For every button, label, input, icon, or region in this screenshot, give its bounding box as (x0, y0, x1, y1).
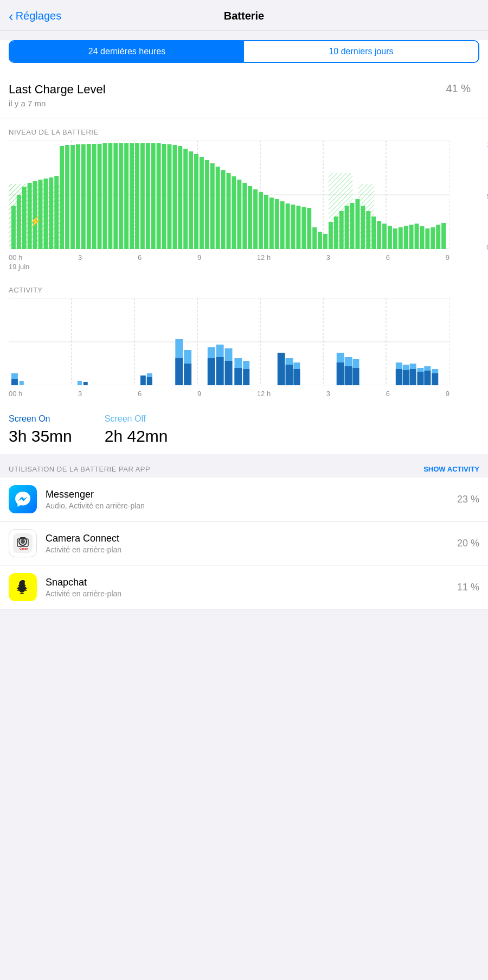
svg-rect-144 (410, 369, 416, 385)
app-list: Messenger Audio, Activité en arrière-pla… (0, 478, 488, 609)
svg-rect-29 (92, 144, 97, 249)
app-row-messenger[interactable]: Messenger Audio, Activité en arrière-pla… (0, 478, 488, 521)
snapchat-percent: 11 % (457, 582, 479, 593)
svg-rect-111 (140, 376, 146, 385)
act-x-00h: 00 h (9, 390, 22, 398)
svg-rect-43 (167, 144, 171, 249)
screen-off-value: 2h 42mn (105, 427, 168, 446)
svg-rect-21 (49, 177, 53, 249)
svg-rect-148 (424, 371, 431, 385)
svg-rect-127 (243, 369, 249, 385)
svg-rect-66 (291, 205, 296, 249)
svg-rect-58 (248, 186, 252, 249)
snapchat-detail: Activité en arrière-plan (46, 589, 457, 598)
segment-10days[interactable]: 10 derniers jours (244, 41, 478, 62)
last-charge-percent: 41 % (446, 82, 471, 95)
back-button[interactable]: ‹ Réglages (9, 9, 61, 23)
svg-rect-83 (382, 224, 387, 249)
svg-rect-57 (242, 183, 247, 249)
svg-rect-40 (151, 143, 156, 249)
svg-rect-75 (339, 211, 344, 249)
show-activity-button[interactable]: SHOW ACTIVITY (423, 465, 479, 473)
svg-rect-64 (280, 201, 285, 249)
svg-rect-115 (175, 358, 183, 385)
svg-rect-45 (178, 146, 182, 249)
svg-rect-77 (350, 203, 355, 249)
screen-off-stat: Screen Off 2h 42mn (105, 414, 168, 446)
svg-rect-125 (234, 368, 242, 385)
svg-rect-60 (259, 192, 263, 249)
svg-rect-37 (135, 143, 139, 249)
svg-rect-67 (296, 206, 300, 249)
x-label-6pm: 6 (386, 253, 390, 262)
svg-rect-61 (264, 195, 268, 249)
screen-stats-section: Screen On 3h 35mn Screen Off 2h 42mn (0, 403, 488, 454)
svg-rect-86 (399, 227, 403, 249)
camera-connect-info: Camera Connect Activité en arrière-plan (46, 533, 457, 554)
x-label-3: 3 (78, 253, 82, 262)
messenger-name: Messenger (46, 489, 457, 500)
svg-rect-24 (65, 145, 69, 249)
svg-rect-80 (366, 211, 370, 249)
svg-rect-65 (286, 203, 290, 249)
svg-rect-107 (11, 379, 18, 385)
x-label-3pm: 3 (326, 253, 330, 262)
x-label-9pm: 9 (446, 253, 450, 262)
app-row-snapchat[interactable]: Snapchat Activité en arrière-plan 11 % (0, 565, 488, 609)
app-row-camera-connect[interactable]: Canon Camera Connect Activité en arrière… (0, 521, 488, 565)
act-x-6pm: 6 (386, 390, 390, 398)
svg-rect-42 (162, 144, 166, 249)
svg-rect-25 (70, 145, 75, 249)
camera-connect-app-icon: Canon (9, 529, 37, 557)
last-charge-row: Last Charge Level il y a 7 mn 41 % (9, 82, 479, 108)
battery-bars (11, 143, 446, 249)
x-label-12h: 12 h (257, 253, 271, 262)
svg-rect-68 (301, 207, 306, 249)
svg-rect-48 (194, 154, 198, 249)
act-x-6: 6 (138, 390, 142, 398)
svg-rect-15 (17, 195, 21, 249)
svg-rect-108 (20, 381, 24, 385)
svg-rect-70 (312, 227, 317, 249)
time-range-segment[interactable]: 24 dernières heures 10 derniers jours (9, 40, 479, 63)
svg-rect-94 (441, 223, 446, 249)
camera-connect-icon: Canon (13, 533, 33, 553)
svg-text:⚡: ⚡ (29, 215, 42, 227)
svg-rect-136 (345, 366, 352, 385)
chart-date: 19 juin (9, 262, 450, 271)
svg-rect-110 (84, 382, 88, 385)
svg-rect-27 (81, 144, 86, 249)
svg-rect-71 (318, 232, 322, 249)
x-label-00h: 00 h (9, 253, 22, 262)
messenger-app-icon (9, 485, 37, 513)
act-x-9pm: 9 (446, 390, 450, 398)
svg-rect-69 (307, 208, 311, 249)
svg-rect-87 (404, 226, 408, 249)
messenger-info: Messenger Audio, Activité en arrière-pla… (46, 489, 457, 510)
svg-rect-18 (33, 181, 37, 249)
svg-rect-31 (103, 143, 107, 249)
svg-rect-142 (403, 370, 409, 385)
svg-rect-76 (345, 206, 349, 249)
svg-rect-88 (409, 225, 414, 249)
svg-rect-63 (275, 199, 279, 249)
svg-rect-30 (98, 144, 102, 249)
usage-section-label: UTILISATION DE LA BATTERIE PAR APP (9, 465, 150, 473)
act-x-3pm: 3 (326, 390, 330, 398)
act-x-12h: 12 h (257, 390, 271, 398)
svg-rect-44 (172, 145, 177, 249)
svg-rect-113 (147, 377, 152, 385)
activity-chart-svg (9, 298, 450, 385)
svg-rect-47 (189, 151, 193, 249)
svg-rect-134 (337, 362, 344, 385)
svg-rect-85 (393, 228, 397, 249)
segment-24h[interactable]: 24 dernières heures (10, 41, 244, 62)
battery-chart-svg: ⚡ (9, 141, 450, 249)
camera-connect-detail: Activité en arrière-plan (46, 545, 457, 554)
svg-rect-82 (377, 221, 381, 249)
svg-rect-51 (210, 163, 215, 249)
activity-chart-container: 60mn 30mn 0mn 00 h 3 6 9 12 h 3 6 9 (0, 298, 488, 403)
act-x-3: 3 (78, 390, 82, 398)
battery-chart-wrapper: ⚡ 100 % 50 % 0 % (9, 141, 479, 251)
activity-chart-wrapper: 60mn 30mn 0mn (9, 298, 479, 387)
